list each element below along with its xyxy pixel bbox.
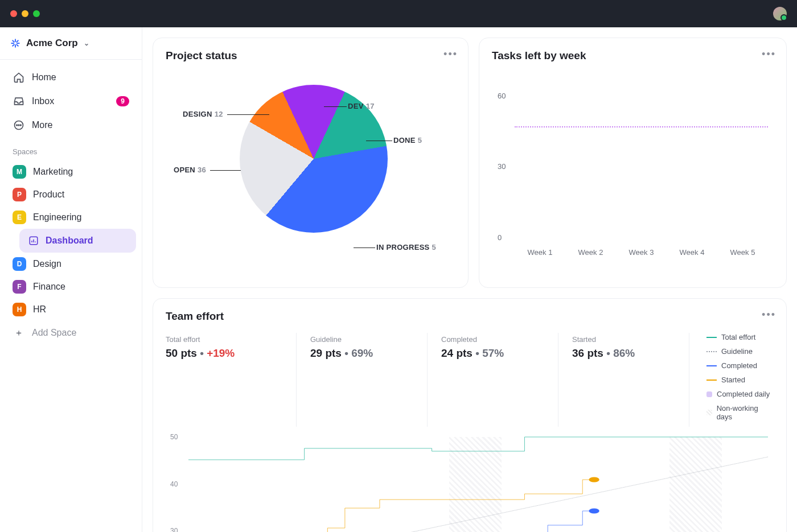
card-team-effort: Team effort ••• Total effort 50 pts • +1… [153, 298, 787, 532]
metric-value: 24 pts [441, 347, 473, 359]
inbox-count-badge: 9 [116, 96, 129, 106]
metric-completed: Completed 24 pts • 57% [428, 333, 558, 427]
space-avatar: F [13, 280, 26, 294]
sidebar-item-design[interactable]: D Design [6, 253, 136, 275]
inbox-icon [13, 95, 25, 108]
metric-delta: +19% [207, 347, 235, 359]
legend-item: Completed [721, 361, 757, 370]
nav-inbox-label: Inbox [32, 96, 54, 106]
chevron-down-icon: ⌄ [84, 39, 89, 47]
svg-line-6 [17, 40, 18, 42]
card-title: Tasks left by week [492, 50, 774, 62]
metric-label: Started [572, 335, 675, 344]
y-tick: 50 [170, 433, 178, 441]
svg-line-4 [13, 40, 14, 42]
nav-inbox[interactable]: Inbox 9 [6, 89, 136, 113]
window-controls [10, 10, 40, 17]
effort-line-chart: 50 40 30 20 [166, 437, 774, 532]
space-label: Product [33, 189, 64, 200]
sidebar-subitem-dashboard[interactable]: Dashboard [19, 229, 136, 253]
space-label: Design [33, 259, 61, 269]
card-more-button[interactable]: ••• [762, 48, 776, 60]
metric-sub: 86% [613, 347, 635, 359]
legend-item: Completed daily [717, 390, 770, 398]
nav-more[interactable]: More [6, 113, 136, 137]
pie-label-done: DONE5 [393, 136, 422, 145]
legend-item: Non-working days [717, 404, 774, 421]
close-window-icon[interactable] [10, 10, 17, 17]
sidebar-item-finance[interactable]: F Finance [6, 275, 136, 298]
pie-label-dev: DEV17 [348, 102, 375, 110]
pie-chart: DEV17 DONE5 IN PROGRESS5 DESIGN12 OPEN36 [166, 62, 455, 267]
card-title: Project status [166, 50, 455, 62]
metric-label: Guideline [310, 335, 413, 344]
card-project-status: Project status ••• DEV17 DONE5 IN PROGRE… [153, 38, 469, 288]
card-tasks-by-week: Tasks left by week ••• 0 30 60 Week 1Wee… [479, 38, 787, 288]
y-tick: 40 [170, 480, 178, 488]
space-label: Marketing [33, 167, 73, 177]
bar-chart: 0 30 60 Week 1Week 2Week 3Week 4Week 5 [492, 72, 774, 260]
metric-label: Total effort [166, 335, 282, 344]
svg-point-16 [589, 477, 599, 482]
svg-point-10 [18, 125, 19, 126]
space-avatar: D [13, 257, 26, 271]
y-tick: 30 [170, 527, 178, 532]
effort-legend: Total effort Guideline Completed Started… [689, 333, 774, 427]
svg-line-5 [17, 44, 18, 46]
svg-point-17 [589, 509, 599, 514]
space-avatar: H [13, 303, 26, 316]
home-icon [13, 71, 25, 84]
nav-home-label: Home [32, 72, 56, 83]
main-content: Project status ••• DEV17 DONE5 IN PROGRE… [142, 27, 797, 532]
card-more-button[interactable]: ••• [443, 48, 458, 60]
metric-label: Completed [441, 335, 544, 344]
y-tick: 30 [498, 162, 506, 171]
metric-total-effort: Total effort 50 pts • +19% [166, 333, 297, 427]
space-avatar: P [13, 188, 26, 201]
workspace-logo-icon [10, 38, 20, 48]
svg-point-11 [20, 125, 22, 126]
sidebar-subitem-label: Dashboard [46, 236, 93, 246]
user-avatar[interactable] [773, 7, 787, 20]
pie-label-open: OPEN36 [174, 166, 206, 174]
legend-item: Total effort [721, 333, 755, 341]
space-avatar: E [13, 211, 26, 224]
metric-value: 29 pts [310, 347, 342, 359]
plus-icon: ＋ [13, 327, 25, 339]
dashboard-icon [27, 234, 40, 247]
sidebar-item-hr[interactable]: H HR [6, 298, 136, 321]
sidebar-item-product[interactable]: P Product [6, 183, 136, 206]
legend-item: Started [721, 376, 745, 384]
more-icon [13, 119, 25, 131]
minimize-window-icon[interactable] [22, 10, 28, 17]
maximize-window-icon[interactable] [33, 10, 40, 17]
metric-started: Started 36 pts • 86% [558, 333, 689, 427]
space-label: Finance [33, 282, 65, 292]
svg-line-7 [13, 44, 14, 46]
add-space-label: Add Space [32, 328, 76, 338]
sidebar-item-marketing[interactable]: M Marketing [6, 160, 136, 183]
add-space-button[interactable]: ＋ Add Space [6, 321, 136, 345]
sidebar: Acme Corp ⌄ Home Inbox 9 More Spaces M M… [0, 27, 142, 532]
metric-value: 50 pts [166, 347, 197, 359]
y-tick: 0 [498, 233, 502, 242]
card-title: Team effort [166, 310, 774, 323]
legend-item: Guideline [721, 347, 753, 356]
titlebar [0, 0, 797, 27]
sidebar-item-engineering[interactable]: E Engineering [6, 206, 136, 229]
y-tick: 60 [498, 91, 506, 100]
card-more-button[interactable]: ••• [762, 309, 776, 321]
nav-home[interactable]: Home [6, 65, 136, 89]
space-label: Engineering [33, 212, 81, 222]
metric-sub: 57% [482, 347, 504, 359]
spaces-section-label: Spaces [6, 137, 136, 160]
svg-point-9 [17, 125, 18, 126]
nav-more-label: More [32, 120, 52, 130]
space-label: HR [33, 304, 46, 315]
pie-label-inprogress: IN PROGRESS5 [376, 243, 436, 251]
workspace-name: Acme Corp [26, 38, 78, 49]
pie-label-design: DESIGN12 [183, 110, 223, 118]
workspace-switcher[interactable]: Acme Corp ⌄ [0, 27, 142, 60]
metric-value: 36 pts [572, 347, 603, 359]
metric-guideline: Guideline 29 pts • 69% [297, 333, 428, 427]
